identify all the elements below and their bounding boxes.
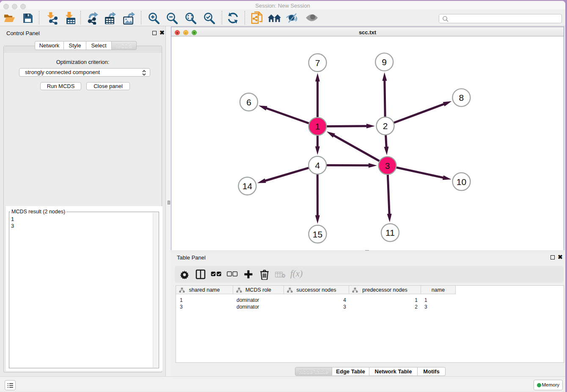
svg-text:3: 3 bbox=[385, 161, 390, 171]
svg-text:8: 8 bbox=[459, 93, 464, 102]
svg-text:2: 2 bbox=[383, 121, 388, 131]
svg-text:11: 11 bbox=[385, 228, 395, 237]
svg-text:9: 9 bbox=[382, 57, 387, 67]
svg-text:14: 14 bbox=[242, 181, 253, 191]
svg-text:4: 4 bbox=[315, 160, 320, 170]
svg-text:6: 6 bbox=[246, 97, 251, 107]
svg-text:1: 1 bbox=[315, 121, 320, 131]
svg-text:7: 7 bbox=[315, 58, 320, 68]
svg-text:10: 10 bbox=[457, 177, 466, 187]
svg-text:15: 15 bbox=[313, 229, 322, 239]
